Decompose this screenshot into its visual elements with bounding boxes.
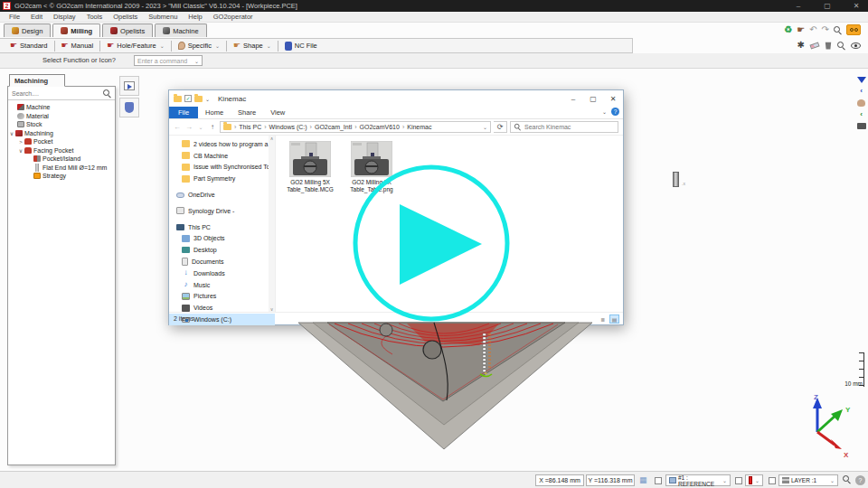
grid-icon[interactable]: ▦ xyxy=(639,475,647,484)
up-icon[interactable]: ↑ xyxy=(208,123,217,131)
zoom-window-icon[interactable] xyxy=(837,42,845,50)
tree-item-machine[interactable]: Machine xyxy=(8,103,115,112)
explorer-tab-share[interactable]: Share xyxy=(231,107,263,118)
breadcrumb-this-pc[interactable]: This PC xyxy=(239,124,261,130)
color-picker[interactable]: ⌄ xyxy=(745,474,763,486)
menu-opelists[interactable]: Opelists xyxy=(108,13,143,21)
expander-open-icon[interactable]: ∨ xyxy=(8,130,15,136)
folder-icon[interactable] xyxy=(194,96,203,102)
sidebar-item-onedrive[interactable]: OneDrive xyxy=(169,189,275,201)
breadcrumb-windows-c[interactable]: Windows (C:) xyxy=(269,124,307,130)
simulation-button[interactable] xyxy=(119,76,139,96)
scroll-up-icon[interactable]: ∧ xyxy=(270,136,274,141)
menu-edit[interactable]: Edit xyxy=(25,13,48,21)
sidebar-item-part-symmetry[interactable]: Part Symmetry xyxy=(169,173,275,184)
glasses-view-icon[interactable] xyxy=(846,24,861,35)
zoom-icon[interactable] xyxy=(834,26,842,34)
tab-design[interactable]: Design xyxy=(4,23,51,37)
menu-file[interactable]: File xyxy=(4,13,25,21)
expander-closed-icon[interactable]: > xyxy=(17,139,24,145)
specific-button[interactable]: Specific ⌄ xyxy=(172,39,226,52)
menu-display[interactable]: Display xyxy=(48,13,81,21)
sync-icon[interactable]: ♻ xyxy=(784,25,792,34)
tree-item-strategy[interactable]: Strategy xyxy=(8,172,115,181)
sidebar-item-videos-folder[interactable]: 2 videos how to program a 3X Deb xyxy=(169,138,275,150)
explorer-tab-home[interactable]: Home xyxy=(198,107,231,118)
address-dropdown-icon[interactable]: ⌄ xyxy=(483,124,487,130)
explorer-help-icon[interactable]: ? xyxy=(611,108,619,116)
reference-combobox[interactable]: #1 : REFERENCE ⌄ xyxy=(665,474,731,486)
play-triangle-icon[interactable] xyxy=(400,204,482,285)
tree-item-pocket-island[interactable]: Pocket/Island xyxy=(8,155,115,164)
sidebar-item-desktop[interactable]: Desktop xyxy=(169,244,275,256)
sidebar-item-synology-drive[interactable]: Synology Drive - xyxy=(169,205,275,217)
command-combobox[interactable]: Enter a command ⌄ xyxy=(134,55,203,66)
sidebar-item-documents[interactable]: Documents xyxy=(169,256,275,267)
tree-item-facing-pocket[interactable]: ∨ Facing Pocket xyxy=(8,146,115,155)
collapse-blue-icon[interactable]: ‹ xyxy=(860,88,863,95)
close-button[interactable]: ✕ xyxy=(848,0,864,12)
breadcrumb-go2cam-intl[interactable]: GO2cam_Intl xyxy=(315,124,352,130)
operator-head-icon[interactable] xyxy=(857,99,865,107)
delete-bin-icon[interactable] xyxy=(825,42,832,50)
machine-camera-icon[interactable] xyxy=(857,123,866,129)
sidebar-scrollbar[interactable]: ∧ ∨ xyxy=(269,136,275,312)
machining-panel-tab[interactable]: Machining xyxy=(9,74,65,87)
breadcrumb-go2camv610[interactable]: GO2camV610 xyxy=(360,124,400,130)
sidebar-item-cb-machine[interactable]: CB Machine xyxy=(169,150,275,162)
shape-button[interactable]: ☛ Shape ⌄ xyxy=(227,39,278,52)
explorer-search-input[interactable] xyxy=(524,124,615,130)
address-bar[interactable]: › This PC › Windows (C:) › GO2cam_Intl ›… xyxy=(220,121,491,133)
explorer-minimize-button[interactable]: – xyxy=(563,90,583,107)
recent-locations-icon[interactable]: ⌄ xyxy=(196,124,205,130)
checkmark-icon[interactable]: ✓ xyxy=(184,95,192,102)
tree-item-material[interactable]: Material xyxy=(8,112,115,121)
tree-item-stock[interactable]: Stock xyxy=(8,120,115,129)
tree-item-flat-end-mill[interactable]: Flat End Mill Ø=12 mm xyxy=(8,164,115,173)
qat-dropdown-icon[interactable]: ⌄ xyxy=(205,96,210,102)
explorer-maximize-button[interactable]: ▢ xyxy=(583,90,603,107)
collapse-green-icon[interactable]: ‹ xyxy=(860,111,863,118)
minimize-button[interactable]: – xyxy=(790,0,807,12)
sidebar-item-synchronised-tools[interactable]: Issue with Synchronised Tools xyxy=(169,162,275,174)
nc-file-button[interactable]: NC File xyxy=(278,39,324,52)
filter-icon[interactable] xyxy=(857,77,866,83)
tab-machine[interactable]: Machine xyxy=(155,23,206,37)
layer-combobox[interactable]: LAYER :1 ⌄ xyxy=(778,474,838,486)
video-play-overlay[interactable] xyxy=(351,164,512,324)
sidebar-item-this-pc[interactable]: This PC xyxy=(169,221,275,233)
breadcrumb-kinemac[interactable]: Kinemac xyxy=(407,124,431,130)
tool-analysis-icon[interactable]: ✱ xyxy=(797,41,805,50)
eraser-icon[interactable] xyxy=(809,42,819,49)
tab-opelists[interactable]: Opelists xyxy=(102,23,153,37)
refresh-icon[interactable]: ⟳ xyxy=(494,121,507,133)
file-tile-mcg[interactable]: GO2 Milling 5X Table_Table.MCG xyxy=(287,141,334,312)
menu-submenu[interactable]: Submenu xyxy=(143,13,183,21)
hole-feature-button[interactable]: ☛ Hole/Feature ⌄ xyxy=(100,39,170,52)
explorer-search-box[interactable] xyxy=(510,121,618,133)
color-checkbox[interactable] xyxy=(735,477,742,484)
explorer-tab-view[interactable]: View xyxy=(263,107,292,118)
layer-checkbox[interactable] xyxy=(769,477,776,484)
tree-item-pocket[interactable]: > Pocket xyxy=(8,137,115,146)
help-icon[interactable]: ? xyxy=(855,475,865,485)
expander-open-icon[interactable]: ∨ xyxy=(17,147,24,154)
tree-item-machining[interactable]: ∨ Machining xyxy=(8,129,115,138)
forward-icon[interactable]: → xyxy=(184,123,193,131)
explorer-close-button[interactable]: ✕ xyxy=(603,90,623,107)
tree-search-input[interactable] xyxy=(12,90,93,97)
menu-go2operator[interactable]: GO2operator xyxy=(208,13,259,21)
redo-icon[interactable]: ↷ xyxy=(822,25,829,34)
manual-button[interactable]: ☛ Manual xyxy=(55,39,100,52)
sidebar-item-downloads[interactable]: ↓Downloads xyxy=(169,267,275,279)
sidebar-item-music[interactable]: ♪Music xyxy=(169,279,275,291)
explorer-tab-file[interactable]: File xyxy=(169,107,198,118)
standard-button[interactable]: ☛ Standard xyxy=(4,39,54,52)
undo-icon[interactable]: ↶ xyxy=(809,25,816,34)
sidebar-item-3d-objects[interactable]: 3D Objects xyxy=(169,233,275,245)
tab-milling[interactable]: Milling xyxy=(52,23,100,37)
ribbon-collapse-icon[interactable]: ⌄ xyxy=(602,108,607,115)
pointer-hand-icon[interactable]: ☛ xyxy=(797,25,805,34)
back-icon[interactable]: ← xyxy=(173,123,182,131)
reference-checkbox[interactable] xyxy=(655,477,662,484)
